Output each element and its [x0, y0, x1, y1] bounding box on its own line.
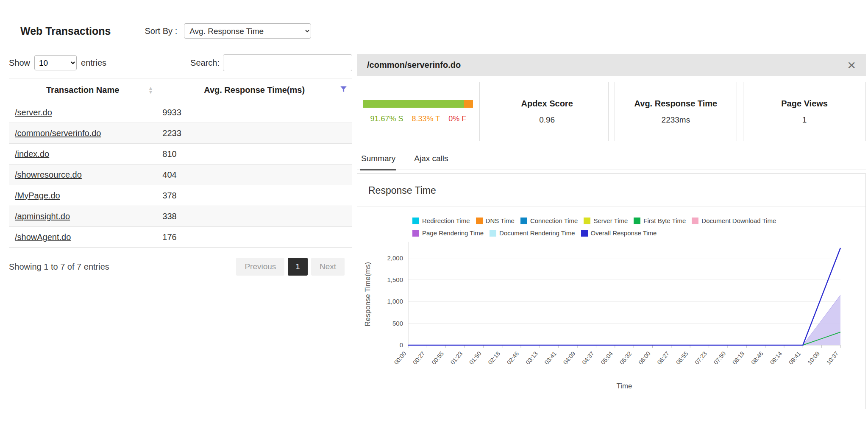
column-header-transaction-name[interactable]: Transaction Name ▲▼: [9, 78, 156, 102]
legend-item[interactable]: Overall Response Time: [581, 229, 657, 237]
svg-text:06:27: 06:27: [656, 350, 670, 365]
svg-text:00:00: 00:00: [393, 350, 408, 365]
legend-item[interactable]: First Byte Time: [634, 217, 686, 224]
transaction-link[interactable]: /showresource.do: [15, 170, 82, 179]
transaction-detail-panel: /common/serverinfo.do × 91.67% S8.33% T0…: [357, 54, 866, 409]
transaction-link[interactable]: /index.do: [15, 149, 49, 159]
detail-title: /common/serverinfo.do: [367, 60, 461, 70]
table-row: /apminsight.do338: [9, 206, 352, 227]
show-entries-select[interactable]: 10: [34, 55, 77, 70]
legend-swatch: [520, 218, 527, 224]
tab-summary[interactable]: Summary: [360, 151, 396, 170]
svg-text:07:23: 07:23: [693, 350, 708, 365]
page-number-button[interactable]: 1: [288, 258, 308, 276]
card-value: 1: [802, 115, 807, 125]
stat-cards: 91.67% S8.33% T0% F Apdex Score 0.96 Avg…: [357, 82, 866, 141]
svg-text:2,000: 2,000: [387, 254, 403, 262]
search-control: Search:: [190, 54, 352, 71]
legend-label: Redirection Time: [422, 217, 470, 224]
close-icon[interactable]: ×: [847, 58, 856, 72]
sort-arrows-icon[interactable]: ▲▼: [148, 86, 153, 94]
legend-item[interactable]: Document Download Time: [692, 217, 776, 224]
legend-label: First Byte Time: [643, 217, 686, 224]
svg-text:09:14: 09:14: [768, 350, 783, 365]
transactions-tbody: /server.do9933/common/serverinfo.do2233/…: [9, 102, 352, 248]
transaction-avg-response-time: 176: [156, 227, 352, 248]
detail-tabs: Summary Ajax calls: [357, 151, 866, 170]
svg-text:00:55: 00:55: [430, 350, 445, 365]
filter-funnel-icon[interactable]: [340, 85, 347, 95]
apdex-distribution-card: 91.67% S8.33% T0% F: [357, 82, 480, 141]
table-row: /common/serverinfo.do2233: [9, 123, 352, 144]
table-row: /index.do810: [9, 144, 352, 165]
show-entries-label: Show: [9, 58, 30, 68]
search-input[interactable]: [223, 54, 352, 71]
top-bar: Web Transactions Sort By : Avg. Response…: [4, 13, 864, 50]
chart-section-title: Response Time: [357, 174, 865, 206]
tab-ajax-calls[interactable]: Ajax calls: [413, 151, 449, 170]
next-page-button[interactable]: Next: [311, 258, 345, 276]
column-header-label: Transaction Name: [46, 85, 119, 95]
previous-page-button[interactable]: Previous: [236, 258, 284, 276]
transaction-avg-response-time: 404: [156, 165, 352, 185]
table-row: /showresource.do404: [9, 165, 352, 185]
avg-response-time-card: Avg. Response Time 2233ms: [615, 82, 737, 141]
svg-text:06:00: 06:00: [637, 350, 652, 365]
svg-text:08:46: 08:46: [750, 350, 765, 365]
apdex-bar: [363, 100, 473, 108]
svg-text:04:09: 04:09: [562, 350, 577, 365]
legend-item[interactable]: Document Rendering Time: [490, 229, 575, 237]
entries-info: Showing 1 to 7 of 7 entries: [9, 262, 109, 272]
apdex-segment-label: 0% F: [448, 114, 466, 123]
svg-text:05:04: 05:04: [599, 350, 614, 365]
column-header-label: Avg. Response Time(ms): [204, 85, 305, 95]
legend-label: Server Time: [593, 217, 628, 224]
transaction-link[interactable]: /common/serverinfo.do: [15, 128, 101, 138]
legend-item[interactable]: Server Time: [584, 217, 628, 224]
transaction-link[interactable]: /server.do: [15, 108, 52, 117]
search-label: Search:: [190, 58, 220, 68]
transaction-avg-response-time: 2233: [156, 123, 352, 144]
column-header-avg-response-time[interactable]: Avg. Response Time(ms): [156, 78, 352, 102]
legend-swatch: [412, 230, 419, 237]
sort-by-control: Sort By : Avg. Response Time: [145, 23, 312, 39]
legend-item[interactable]: Connection Time: [520, 217, 578, 224]
transaction-link[interactable]: /MyPage.do: [15, 191, 60, 200]
legend-item[interactable]: Page Rendering Time: [412, 229, 484, 237]
transaction-avg-response-time: 810: [156, 144, 352, 165]
svg-text:1,500: 1,500: [387, 276, 403, 283]
legend-item[interactable]: DNS Time: [476, 217, 515, 224]
chart-legend: Redirection TimeDNS TimeConnection TimeS…: [412, 217, 853, 237]
detail-header: /common/serverinfo.do ×: [357, 54, 866, 76]
table-row: /server.do9933: [9, 102, 352, 123]
chart-container: Redirection TimeDNS TimeConnection TimeS…: [357, 206, 865, 409]
svg-text:01:23: 01:23: [449, 350, 464, 365]
legend-label: Connection Time: [530, 217, 578, 224]
card-title: Page Views: [781, 99, 828, 109]
apdex-labels: 91.67% S8.33% T0% F: [370, 114, 466, 123]
legend-swatch: [412, 218, 419, 224]
transaction-link[interactable]: /apminsight.do: [15, 212, 70, 221]
sort-by-select[interactable]: Avg. Response Time: [184, 23, 311, 39]
svg-text:02:18: 02:18: [487, 350, 501, 365]
svg-text:07:50: 07:50: [712, 350, 727, 365]
transaction-avg-response-time: 378: [156, 185, 352, 206]
pagination: Previous 1 Next: [236, 258, 345, 276]
svg-text:04:37: 04:37: [581, 350, 595, 365]
response-time-chart: 05001,0001,5002,00000:0000:2700:5501:230…: [357, 238, 865, 409]
legend-label: Document Download Time: [701, 217, 776, 224]
svg-text:05:32: 05:32: [618, 350, 633, 365]
card-title: Apdex Score: [521, 99, 573, 109]
table-controls: Show 10 entries Search:: [9, 54, 352, 71]
svg-text:00:27: 00:27: [412, 350, 426, 365]
legend-swatch: [490, 230, 496, 237]
legend-item[interactable]: Redirection Time: [412, 217, 470, 224]
transaction-avg-response-time: 9933: [156, 102, 352, 123]
transaction-link[interactable]: /showAgent.do: [15, 232, 71, 242]
apdex-bar-segment: [464, 100, 473, 108]
card-value: 2233ms: [662, 115, 690, 125]
legend-swatch: [634, 218, 640, 224]
svg-text:1,000: 1,000: [387, 298, 403, 305]
card-title: Avg. Response Time: [634, 99, 718, 109]
entries-label: entries: [81, 58, 106, 68]
